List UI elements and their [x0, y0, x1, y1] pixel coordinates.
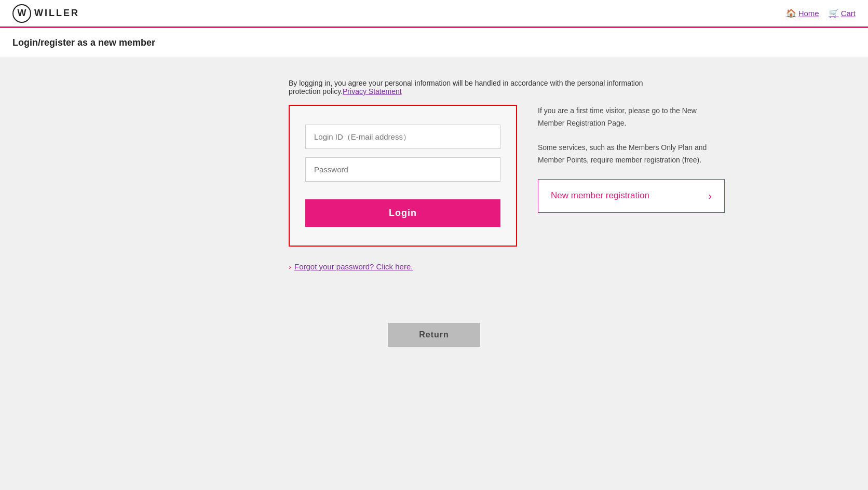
password-input[interactable]	[305, 157, 500, 182]
logo-text: WILLER	[34, 8, 79, 19]
right-panel-description: If you are a first time visitor, please …	[538, 105, 725, 167]
privacy-link[interactable]: Privacy Statement	[343, 87, 402, 96]
nav-links: 🏠 Home 🛒 Cart	[786, 8, 856, 18]
page-title-bar: Login/register as a new member	[0, 28, 868, 58]
two-col-layout: Login If you are a first time visitor, p…	[289, 105, 699, 247]
logo-area: W WILLER	[12, 4, 79, 23]
chevron-right-icon: ›	[708, 190, 712, 202]
forgot-arrow-icon: ›	[289, 262, 291, 271]
cart-link[interactable]: 🛒 Cart	[829, 8, 856, 18]
page-title: Login/register as a new member	[12, 37, 856, 48]
forgot-password-section: › Forgot your password? Click here.	[289, 262, 699, 271]
content-wrapper: By logging in, you agree your personal i…	[148, 79, 720, 347]
home-link[interactable]: 🏠 Home	[786, 8, 819, 18]
return-section: Return	[169, 323, 699, 347]
logo-circle: W	[12, 4, 31, 23]
cart-label: Cart	[841, 9, 856, 18]
privacy-note: By logging in, you agree your personal i…	[289, 79, 673, 96]
home-icon: 🏠	[786, 8, 796, 18]
forgot-password-link[interactable]: Forgot your password? Click here.	[294, 262, 413, 271]
main-content: By logging in, you agree your personal i…	[0, 58, 868, 473]
right-panel: If you are a first time visitor, please …	[538, 105, 725, 213]
home-label: Home	[798, 9, 819, 18]
login-button[interactable]: Login	[305, 199, 500, 227]
return-button[interactable]: Return	[388, 323, 480, 347]
logo-letter: W	[18, 8, 26, 19]
new-member-registration-button[interactable]: New member registration ›	[538, 179, 725, 213]
email-input[interactable]	[305, 125, 500, 149]
login-box: Login	[289, 105, 517, 247]
new-member-button-label: New member registration	[551, 190, 649, 201]
header: W WILLER 🏠 Home 🛒 Cart	[0, 0, 868, 28]
cart-icon: 🛒	[829, 8, 839, 18]
